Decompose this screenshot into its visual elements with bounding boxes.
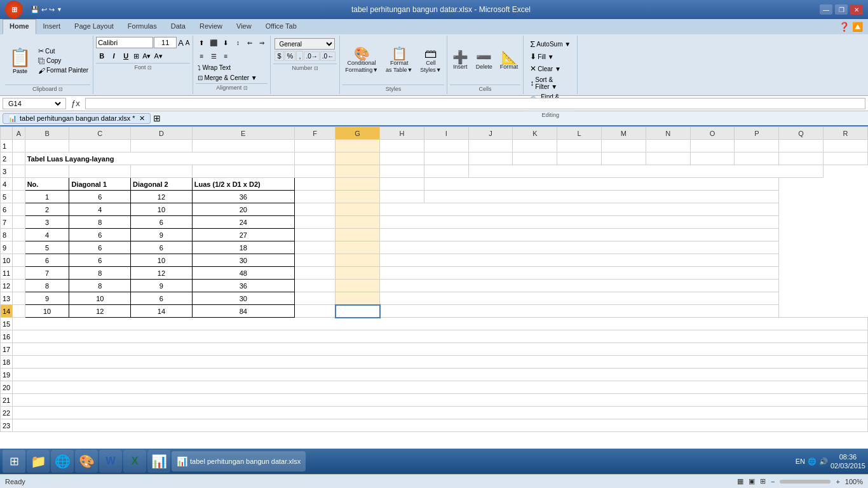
office-button[interactable]: ⊞ <box>5 1 23 18</box>
cell-d4-d2[interactable]: Diagonal 2 <box>131 178 193 191</box>
bold-button[interactable]: B <box>96 50 107 62</box>
cell-f14[interactable] <box>294 305 335 318</box>
cell-e1[interactable] <box>192 140 294 152</box>
align-middle-icon[interactable]: ⬛ <box>208 37 219 48</box>
tab-view[interactable]: View <box>229 19 259 34</box>
page-break-icon[interactable]: ⊞ <box>760 477 766 485</box>
cell-g4[interactable] <box>336 178 380 191</box>
cell-n2[interactable] <box>646 152 690 165</box>
ribbon-minimize-icon[interactable]: 🔼 <box>852 22 863 32</box>
cell-b8[interactable]: 4 <box>25 229 69 241</box>
cell-row22[interactable] <box>13 407 868 419</box>
spreadsheet-container[interactable]: A B C D E F G H I J K L M N O P Q <box>0 126 868 487</box>
file-tab-close[interactable]: ✕ <box>139 114 145 123</box>
taskbar-paint[interactable]: 🎨 <box>75 450 98 473</box>
cell-k2[interactable] <box>513 152 557 165</box>
indent-increase-icon[interactable]: ⇒ <box>256 37 268 48</box>
cell-f9[interactable] <box>294 241 335 254</box>
undo-icon[interactable]: ↩ <box>41 6 47 14</box>
formula-input[interactable] <box>85 98 865 109</box>
cell-f1[interactable] <box>294 140 335 152</box>
cell-f2[interactable] <box>294 152 335 165</box>
border-icon[interactable]: ⊞ <box>132 52 140 60</box>
col-header-h[interactable]: H <box>380 127 424 140</box>
cell-styles-button[interactable]: 🗃 CellStyles▼ <box>417 46 444 75</box>
cell-reference-select[interactable]: G14 <box>6 99 63 108</box>
cell-f7[interactable] <box>294 216 335 229</box>
cell-b12[interactable]: 8 <box>25 280 69 292</box>
cell-f10[interactable] <box>294 254 335 267</box>
cell-d5[interactable]: 12 <box>131 191 193 203</box>
col-header-e[interactable]: E <box>192 127 294 140</box>
col-header-r[interactable]: R <box>824 127 868 140</box>
cell-e7[interactable]: 24 <box>192 216 294 229</box>
col-header-f[interactable]: F <box>294 127 335 140</box>
cell-b14[interactable]: 10 <box>25 305 69 318</box>
cell-g7[interactable] <box>336 216 380 229</box>
cell-row21[interactable] <box>13 394 868 407</box>
cell-d1[interactable] <box>131 140 193 152</box>
cell-d9[interactable]: 6 <box>131 241 193 254</box>
cell-f6[interactable] <box>294 203 335 216</box>
cell-r1[interactable] <box>824 140 868 152</box>
cell-a3[interactable] <box>13 165 25 178</box>
cell-d8[interactable]: 9 <box>131 229 193 241</box>
col-header-a[interactable]: A <box>13 127 25 140</box>
alignment-expand[interactable]: ⊡ <box>243 85 248 91</box>
cell-rest12[interactable] <box>380 280 779 292</box>
name-box[interactable]: G14 <box>3 98 66 109</box>
tab-review[interactable]: Review <box>193 19 229 34</box>
cell-rest11[interactable] <box>380 267 779 280</box>
cell-rest6[interactable] <box>380 203 779 216</box>
cell-rest7[interactable] <box>380 216 779 229</box>
redo-icon[interactable]: ↪ <box>49 6 55 14</box>
cell-rest5[interactable] <box>424 191 778 203</box>
cell-c11[interactable]: 8 <box>69 267 131 280</box>
col-header-o[interactable]: O <box>690 127 735 140</box>
align-left-icon[interactable]: ≡ <box>196 50 207 62</box>
cell-i2[interactable] <box>424 152 468 165</box>
cell-c8[interactable]: 6 <box>69 229 131 241</box>
comma-icon[interactable]: , <box>296 51 303 61</box>
number-format-select[interactable]: General Number Currency Percentage <box>275 38 335 50</box>
format-painter-button[interactable]: 🖌 Format Painter <box>36 66 90 75</box>
cell-m2[interactable] <box>602 152 646 165</box>
cell-f13[interactable] <box>294 292 335 305</box>
cell-b5[interactable]: 1 <box>25 191 69 203</box>
start-button[interactable]: ⊞ <box>3 450 25 473</box>
ribbon-help-icon[interactable]: ❓ <box>839 22 850 32</box>
cell-e12[interactable]: 36 <box>192 280 294 292</box>
cell-c10[interactable]: 6 <box>69 254 131 267</box>
tab-data[interactable]: Data <box>164 19 193 34</box>
cell-f12[interactable] <box>294 280 335 292</box>
fill-button[interactable]: ⬇ Fill ▼ <box>527 51 573 62</box>
cell-a6[interactable] <box>13 203 25 216</box>
cell-b11[interactable]: 7 <box>25 267 69 280</box>
text-direction-icon[interactable]: ↕ <box>232 37 243 48</box>
cell-row18[interactable] <box>13 356 868 369</box>
cell-i3[interactable] <box>424 165 468 178</box>
cell-c5[interactable]: 6 <box>69 191 131 203</box>
cell-e3[interactable] <box>192 165 294 178</box>
copy-button[interactable]: ⿻ Copy <box>36 57 90 65</box>
col-header-l[interactable]: L <box>557 127 602 140</box>
cell-rest14[interactable] <box>380 305 779 318</box>
cell-g9[interactable] <box>336 241 380 254</box>
tab-formulas[interactable]: Formulas <box>121 19 164 34</box>
cell-a10[interactable] <box>13 254 25 267</box>
cell-b1[interactable] <box>25 140 69 152</box>
cell-g5[interactable] <box>336 191 380 203</box>
cell-row20[interactable] <box>13 381 868 394</box>
italic-button[interactable]: I <box>108 50 119 62</box>
lang-indicator[interactable]: EN <box>796 458 805 465</box>
cell-e14[interactable]: 84 <box>192 305 294 318</box>
taskbar-word[interactable]: W <box>99 450 122 473</box>
cell-c14[interactable]: 12 <box>69 305 131 318</box>
cell-c4-d1[interactable]: Diagonal 1 <box>69 178 131 191</box>
col-header-j[interactable]: J <box>468 127 513 140</box>
col-header-q[interactable]: Q <box>779 127 824 140</box>
taskbar-active-window[interactable]: 📊 tabel perhitungan bangun datar.xlsx <box>172 451 306 471</box>
indent-decrease-icon[interactable]: ⇐ <box>244 37 255 48</box>
cell-rest9[interactable] <box>380 241 779 254</box>
save-icon[interactable]: 💾 <box>31 6 39 14</box>
